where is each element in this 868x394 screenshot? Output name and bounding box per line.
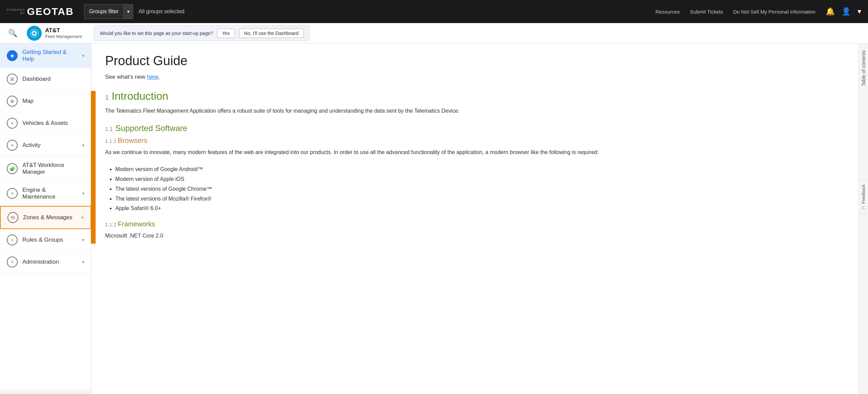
map-icon: ⊕ [7,96,18,107]
sidebar-item-map[interactable]: ⊕ Map [0,90,91,112]
section-1-title: Introduction [112,90,168,102]
sidebar-item-engine[interactable]: ≡ Engine & Maintenance ▾ [0,181,91,206]
do-not-sell-link[interactable]: Do Not Sell My Personal Information [733,9,815,15]
att-logo-svg [29,29,39,38]
sidebar-item-vehicles[interactable]: ≡ Vehicles & Assets [0,112,91,134]
rules-icon: ≡ [7,234,18,245]
section-1-1-1-title: Browsers [118,136,147,144]
toc-label[interactable]: Table of contents [861,50,866,86]
user-dropdown-arrow[interactable]: ▾ [857,7,861,16]
toc-bar[interactable]: Table of contents [859,43,868,394]
list-item: The latest versions of Mozilla® Firefox® [115,194,845,204]
section-1-1-2-num: 1.1.2 [105,222,116,227]
workforce-icon: 🧩 [7,163,18,174]
feedback-icon: ⊏ [862,205,865,210]
sidebar-item-administration[interactable]: ≡ Administration ▾ [0,251,91,273]
zones-icon: ✉ [7,212,18,223]
sidebar-label-map: Map [22,98,84,105]
groups-filter-button[interactable]: Groups filter [84,4,124,19]
section-1-1-2-title: Frameworks [118,220,155,228]
main-layout: ★ Getting Started & Help ▾ ⊞ Dashboard ⊕… [0,43,868,394]
sidebar-label-workforce: AT&T Workforce Manager [22,162,84,175]
sidebar-label-getting-started: Getting Started & Help [22,49,77,62]
browsers-list: Modern version of Google Android™ Modern… [105,165,845,213]
list-item: Apple Safari® 6.0+ [115,204,845,213]
section-1-1-2: 1.1.2 Frameworks Microsoft .NET Core 2.0 [105,220,845,240]
sidebar-label-dashboard: Dashboard [22,76,84,82]
brand-name: AT&T [45,27,82,34]
orange-vertical-bar [91,91,96,244]
brand-sub: Fleet Management [45,34,82,39]
sidebar-item-dashboard[interactable]: ⊞ Dashboard [0,68,91,90]
sidebar-item-workforce[interactable]: 🧩 AT&T Workforce Manager [0,156,91,181]
all-groups-selected-label: All groups selected [139,8,184,15]
bell-icon[interactable]: 🔔 [826,7,835,16]
list-item: Modern version of Apple iOS [115,174,845,184]
groups-filter-label: Groups filter [89,8,119,15]
list-item: Modern version of Google Android™ [115,165,845,174]
user-icon[interactable]: 👤 [842,7,851,16]
feedback-label[interactable]: Feedback [861,184,866,204]
groups-filter-dropdown[interactable]: ▾ [124,4,133,19]
dashboard-icon: ⊞ [7,74,18,85]
see-new-period: . [158,74,160,80]
powered-by-label: Powered by [7,8,25,15]
section-1-1-2-heading: 1.1.2 Frameworks [105,220,845,228]
section-1-1-2-body: Microsoft .NET Core 2.0 [105,231,845,240]
sidebar-label-admin: Administration [22,259,77,265]
main-content: Product Guide See what's new here. 1 Int… [92,43,859,394]
section-1-heading: 1 Introduction [105,90,845,102]
section-1-1-title: Supported Software [115,124,187,133]
engine-icon: ≡ [7,188,18,199]
startup-banner: Would you like to set this page as your … [94,25,309,41]
top-bar-icons: 🔔 👤 ▾ [826,7,861,16]
chevron-down-icon: ▾ [82,259,84,265]
section-1-1-1-heading: 1.1.1 Browsers [105,136,845,145]
sidebar-item-getting-started[interactable]: ★ Getting Started & Help ▾ [0,43,91,68]
page-title: Product Guide [105,54,845,68]
list-item: The latest versions of Google Chrome™ [115,184,845,194]
submit-tickets-link[interactable]: Submit Tickets [690,9,723,15]
sidebar-label-activity: Activity [22,142,77,149]
sidebar: ★ Getting Started & Help ▾ ⊞ Dashboard ⊕… [0,43,92,394]
powered-text: Powered [7,8,25,12]
getting-started-icon: ★ [7,50,18,61]
startup-question: Would you like to set this page as your … [100,31,213,36]
section-1-num: 1 [105,94,109,101]
chevron-down-icon: ▾ [82,143,84,148]
feedback-tab[interactable]: Feedback ⊏ [859,180,868,214]
chevron-down-icon: ▾ [82,53,84,58]
sidebar-item-zones[interactable]: ✉ Zones & Messages ▾ [0,206,91,229]
see-new-link[interactable]: here [147,74,158,80]
chevron-down-icon: ▾ [127,9,130,14]
section-1-1-heading: 1.1 Supported Software [105,124,845,133]
section-1-1-num: 1.1 [105,126,113,132]
admin-icon: ≡ [7,257,18,267]
search-icon[interactable]: 🔍 [7,27,19,39]
sidebar-label-zones: Zones & Messages [23,214,77,221]
geotab-logo: Powered by GEOTAB [7,6,74,17]
chevron-down-icon: ▾ [82,191,84,196]
see-new-prefix: See what's new [105,74,147,80]
section-1-1-1-body: As we continue to innovate, many modern … [105,148,845,157]
sidebar-scroll-indicator [0,387,91,394]
sidebar-label-engine: Engine & Maintenance [22,187,77,200]
brand-text: AT&T Fleet Management [45,27,82,39]
top-bar: Powered by GEOTAB Groups filter ▾ All gr… [0,0,868,23]
geotab-text: GEOTAB [27,6,74,17]
section-1-1-1: 1.1.1 Browsers As we continue to innovat… [105,136,845,214]
chevron-down-icon: ▾ [81,215,84,220]
resources-link[interactable]: Resources [655,9,680,15]
sidebar-item-activity[interactable]: ≡ Activity ▾ [0,134,91,156]
groups-filter-area: Groups filter ▾ All groups selected [84,4,184,19]
sidebar-label-vehicles: Vehicles & Assets [22,120,84,127]
startup-no-button[interactable]: No, I'll use the Dashboard [239,29,304,38]
startup-yes-button[interactable]: Yes [217,29,235,38]
second-bar: 🔍 AT&T Fleet Management Would you like t… [0,23,868,43]
sidebar-item-rules[interactable]: ≡ Rules & Groups ▾ [0,229,91,251]
sidebar-label-rules: Rules & Groups [22,237,77,243]
top-bar-right: Resources Submit Tickets Do Not Sell My … [655,7,861,16]
vehicles-icon: ≡ [7,118,18,129]
see-whats-new-text: See what's new here. [105,74,845,80]
att-logo [27,26,42,41]
